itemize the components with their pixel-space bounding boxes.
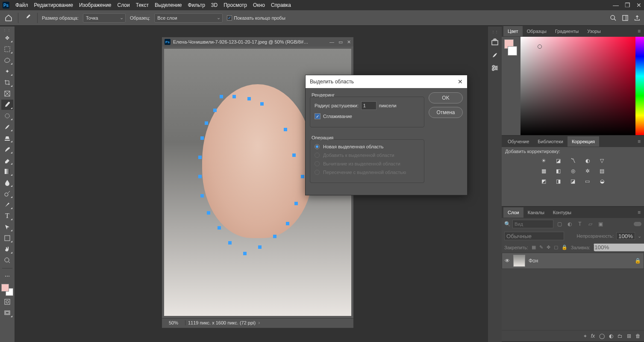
- search-icon[interactable]: [610, 15, 617, 21]
- lock-artboard-icon[interactable]: ▢: [554, 245, 558, 250]
- workspace-icon[interactable]: [622, 15, 629, 21]
- history-panel-icon[interactable]: [490, 38, 500, 47]
- lock-all-icon[interactable]: 🔒: [562, 245, 568, 250]
- gradient-map-icon[interactable]: ▭: [583, 177, 592, 186]
- filter-shape-icon[interactable]: ▱: [586, 220, 594, 228]
- lut-icon[interactable]: ▤: [598, 167, 606, 175]
- magic-wand-tool[interactable]: ✦: [1, 66, 13, 77]
- tab-adjustments[interactable]: Коррекция: [568, 136, 599, 147]
- window-minimize-icon[interactable]: —: [613, 2, 619, 9]
- tab-patterns[interactable]: Узоры: [583, 26, 605, 36]
- fill-field[interactable]: [594, 243, 644, 251]
- share-icon[interactable]: [634, 15, 641, 21]
- brush-panel-icon[interactable]: [490, 51, 500, 59]
- window-close-icon[interactable]: ✕: [636, 2, 641, 9]
- visibility-icon[interactable]: 👁: [505, 258, 510, 264]
- crop-tool[interactable]: [1, 77, 13, 88]
- color-field[interactable]: [520, 37, 635, 135]
- panel-menu-icon[interactable]: ≡: [636, 139, 642, 144]
- properties-panel-icon[interactable]: [490, 64, 500, 72]
- fg-bg-swatches[interactable]: [502, 37, 520, 135]
- color-swatches[interactable]: [1, 284, 13, 296]
- tab-color[interactable]: Цвет: [503, 26, 523, 36]
- invert-icon[interactable]: ◩: [540, 177, 548, 186]
- exposure-icon[interactable]: ◐: [583, 156, 592, 165]
- blend-mode-dropdown[interactable]: [504, 232, 564, 240]
- home-icon[interactable]: [3, 13, 14, 23]
- filter-toggle[interactable]: [634, 222, 641, 226]
- lock-position-icon[interactable]: ✥: [547, 245, 550, 250]
- panel-menu-icon[interactable]: ≡: [636, 28, 642, 34]
- path-selection-tool[interactable]: [1, 222, 13, 232]
- menu-view[interactable]: Просмотр: [223, 2, 247, 8]
- document-info[interactable]: 1119 пикс. x 1600 пикс. (72 ppi): [185, 320, 256, 325]
- healing-tool[interactable]: [1, 111, 13, 121]
- posterize-icon[interactable]: ◨: [554, 177, 563, 186]
- edit-toolbar[interactable]: ⋯: [1, 271, 13, 281]
- feather-input[interactable]: [361, 101, 376, 110]
- curves-icon[interactable]: 〽: [569, 156, 577, 165]
- layer-item[interactable]: 👁 Фон 🔒: [502, 253, 644, 269]
- menu-text[interactable]: Текст: [136, 2, 149, 8]
- channel-mixer-icon[interactable]: ✲: [583, 167, 592, 175]
- tab-paths[interactable]: Контуры: [549, 207, 576, 218]
- delete-icon[interactable]: 🗑: [635, 333, 641, 339]
- selective-color-icon[interactable]: ◒: [598, 177, 606, 186]
- marquee-tool[interactable]: [1, 44, 13, 54]
- lock-pixels-icon[interactable]: ▦: [532, 245, 536, 250]
- window-maximize-icon[interactable]: ❐: [625, 2, 630, 9]
- doc-minimize-icon[interactable]: —: [329, 39, 334, 45]
- cancel-button[interactable]: Отмена: [429, 107, 463, 118]
- statusbar-chevron-icon[interactable]: ›: [258, 320, 260, 326]
- lock-brush-icon[interactable]: ✎: [539, 245, 543, 250]
- threshold-icon[interactable]: ◪: [569, 177, 577, 186]
- filter-smart-icon[interactable]: ▣: [596, 220, 605, 228]
- zoom-tool[interactable]: [1, 255, 13, 265]
- menu-help[interactable]: Справка: [271, 2, 291, 8]
- panel-menu-icon[interactable]: ≡: [636, 209, 642, 215]
- sample-size-dropdown[interactable]: Точка: [83, 13, 126, 23]
- quick-mask-icon[interactable]: [1, 297, 13, 307]
- menu-layers[interactable]: Слои: [118, 2, 130, 8]
- lasso-tool[interactable]: [1, 55, 13, 65]
- blur-tool[interactable]: [1, 177, 13, 188]
- tab-libraries[interactable]: Библиотеки: [533, 136, 568, 147]
- adjustment-layer-icon[interactable]: ◐: [609, 333, 613, 339]
- tab-gradients[interactable]: Градиенты: [551, 26, 583, 36]
- eyedropper-icon[interactable]: [23, 13, 33, 23]
- gradient-tool[interactable]: [1, 166, 13, 177]
- clone-stamp-tool[interactable]: [1, 133, 13, 143]
- eraser-tool[interactable]: [1, 155, 13, 165]
- tab-swatches[interactable]: Образцы: [523, 26, 551, 36]
- menu-window[interactable]: Окно: [253, 2, 265, 8]
- shape-tool[interactable]: [1, 233, 13, 243]
- history-brush-tool[interactable]: [1, 144, 13, 154]
- link-layers-icon[interactable]: ⌖: [584, 333, 587, 339]
- type-tool[interactable]: T: [1, 211, 13, 221]
- menu-image[interactable]: Изображение: [79, 2, 112, 8]
- menu-file[interactable]: Файл: [15, 2, 28, 8]
- dodge-tool[interactable]: [1, 189, 13, 199]
- doc-maximize-icon[interactable]: ▭: [338, 39, 343, 45]
- frame-tool[interactable]: [1, 88, 13, 99]
- operation-new[interactable]: Новая выделенная область: [315, 144, 420, 149]
- vibrance-icon[interactable]: ▽: [598, 156, 606, 165]
- menu-3d[interactable]: 3D: [211, 2, 218, 8]
- eyedropper-tool[interactable]: [1, 100, 13, 110]
- layer-filter-type[interactable]: [512, 220, 553, 228]
- hand-tool[interactable]: [1, 244, 13, 254]
- doc-close-icon[interactable]: ✕: [347, 39, 351, 45]
- ok-button[interactable]: OK: [429, 92, 463, 103]
- hue-slider[interactable]: [635, 37, 644, 135]
- show-sampling-ring-checkbox[interactable]: Показать кольцо пробы: [227, 15, 285, 21]
- menu-edit[interactable]: Редактирование: [34, 2, 73, 8]
- brush-tool[interactable]: [1, 122, 13, 132]
- menu-select[interactable]: Выделение: [155, 2, 182, 8]
- levels-icon[interactable]: ◪: [554, 156, 563, 165]
- dialog-titlebar[interactable]: Выделить область ✕: [306, 75, 467, 88]
- menu-filter[interactable]: Фильтр: [188, 2, 205, 8]
- new-layer-icon[interactable]: ⊞: [627, 333, 631, 339]
- pen-tool[interactable]: [1, 200, 13, 210]
- mask-icon[interactable]: ◯: [599, 333, 605, 339]
- filter-pixel-icon[interactable]: ▢: [555, 220, 564, 228]
